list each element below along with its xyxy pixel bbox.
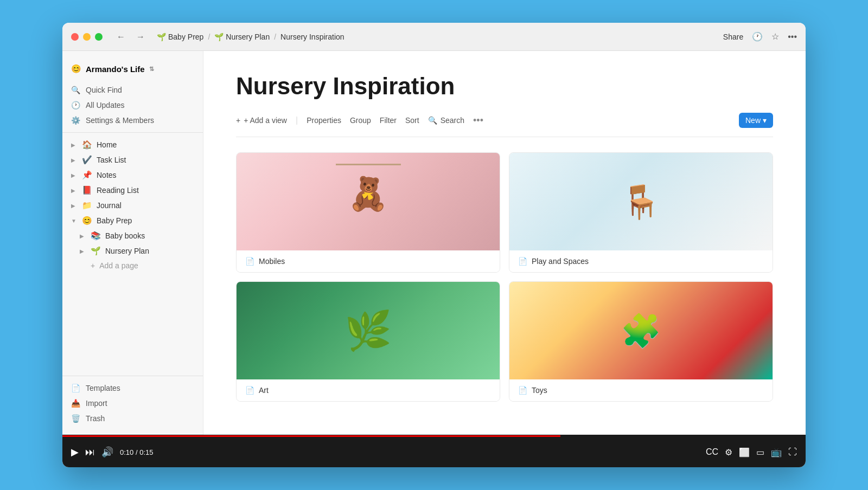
folder-icon: 📁 bbox=[82, 201, 92, 210]
card-footer-art: 📄 Art bbox=[237, 379, 500, 401]
page-title: Nursery Inspiration bbox=[236, 73, 773, 100]
workspace-icon: 😊 bbox=[71, 64, 81, 74]
sidebar-divider-1 bbox=[62, 132, 203, 133]
sidebar-item-notes[interactable]: ▶ 📌 Notes bbox=[62, 167, 203, 183]
maximize-button[interactable] bbox=[95, 33, 103, 41]
nursery-plan-label: Nursery Plan bbox=[105, 247, 149, 255]
quick-find-label: Quick Find bbox=[86, 86, 122, 94]
breadcrumb-nursery-plan[interactable]: 🌱 Nursery Plan bbox=[214, 33, 270, 41]
baby-icon: 😊 bbox=[82, 216, 92, 225]
progress-container[interactable] bbox=[62, 435, 806, 437]
workspace-name: Armando's Life bbox=[86, 65, 145, 74]
sidebar-item-trash[interactable]: 🗑️ Trash bbox=[62, 411, 203, 426]
theater-mode-button[interactable]: ▭ bbox=[756, 447, 764, 457]
card-footer-toys: 📄 Toys bbox=[509, 379, 773, 401]
fullscreen-button[interactable]: ⛶ bbox=[788, 447, 797, 457]
templates-icon: 📄 bbox=[71, 384, 80, 392]
gear-icon: ⚙️ bbox=[71, 116, 80, 125]
back-button[interactable]: ← bbox=[113, 30, 129, 44]
group-button[interactable]: Group bbox=[350, 116, 371, 125]
clock-icon: 🕐 bbox=[71, 101, 80, 109]
page-icon: 📄 bbox=[245, 257, 254, 266]
traffic-lights bbox=[71, 33, 103, 41]
captions-button[interactable]: CC bbox=[706, 447, 718, 457]
baby-prep-icon: 🌱 bbox=[157, 33, 166, 41]
add-view-button[interactable]: + + Add a view bbox=[236, 116, 287, 125]
forward-button[interactable]: → bbox=[133, 30, 148, 44]
sidebar-item-import[interactable]: 📥 Import bbox=[62, 396, 203, 411]
search-icon: 🔍 bbox=[71, 86, 80, 94]
card-title-play: Play and Spaces bbox=[532, 257, 589, 266]
card-image-toys bbox=[509, 282, 773, 379]
home-icon: 🏠 bbox=[82, 140, 92, 150]
import-label: Import bbox=[86, 399, 107, 408]
cast-button[interactable]: 📺 bbox=[771, 447, 782, 457]
properties-button[interactable]: Properties bbox=[307, 116, 341, 125]
sidebar-item-journal[interactable]: ▶ 📁 Journal bbox=[62, 198, 203, 213]
volume-button[interactable]: 🔊 bbox=[101, 446, 113, 458]
plus-icon: + bbox=[91, 261, 95, 270]
close-button[interactable] bbox=[71, 33, 79, 41]
title-bar-right: Share 🕐 ☆ ••• bbox=[723, 31, 797, 42]
sidebar-item-reading-list[interactable]: ▶ 📕 Reading List bbox=[62, 183, 203, 198]
chevron-right-icon: ▶ bbox=[71, 188, 78, 194]
baby-books-label: Baby books bbox=[105, 231, 145, 240]
sidebar-item-all-updates[interactable]: 🕐 All Updates bbox=[62, 98, 203, 113]
card-toys[interactable]: 📄 Toys bbox=[509, 281, 773, 402]
minimize-button[interactable] bbox=[83, 33, 91, 41]
breadcrumb-sep-2: / bbox=[274, 33, 276, 41]
video-bar-right: CC ⚙ ⬜ ▭ 📺 ⛶ bbox=[706, 447, 797, 457]
picture-in-picture-button[interactable]: ⬜ bbox=[739, 447, 750, 457]
add-page-button[interactable]: + Add a page bbox=[62, 259, 203, 273]
play-button[interactable]: ▶ bbox=[71, 446, 79, 458]
sort-button[interactable]: Sort bbox=[405, 116, 419, 125]
workspace-header[interactable]: 😊 Armando's Life ⇅ bbox=[62, 60, 203, 82]
sidebar-item-quick-find[interactable]: 🔍 Quick Find bbox=[62, 82, 203, 98]
templates-label: Templates bbox=[86, 384, 120, 392]
new-button[interactable]: New ▾ bbox=[739, 113, 773, 128]
task-list-label: Task List bbox=[97, 156, 126, 164]
more-options-icon[interactable]: ••• bbox=[788, 32, 797, 42]
chevron-right-icon: ▶ bbox=[71, 172, 78, 178]
chevron-right-icon: ▶ bbox=[80, 233, 86, 239]
breadcrumb-current[interactable]: Nursery Inspiration bbox=[280, 33, 344, 41]
gallery-grid: 📄 Mobiles 📄 Play and Spaces 📄 Art bbox=[236, 152, 773, 402]
card-mobiles[interactable]: 📄 Mobiles bbox=[236, 152, 500, 273]
sidebar-item-templates[interactable]: 📄 Templates bbox=[62, 381, 203, 396]
sidebar-item-baby-prep[interactable]: ▼ 😊 Baby Prep bbox=[62, 213, 203, 228]
chevron-right-icon: ▶ bbox=[80, 248, 86, 254]
video-bar: ▶ ⏭ 🔊 0:10 / 0:15 CC ⚙ ⬜ ▭ 📺 ⛶ bbox=[62, 437, 806, 467]
workspace-toggle: ⇅ bbox=[149, 66, 154, 73]
card-play-spaces[interactable]: 📄 Play and Spaces bbox=[509, 152, 773, 273]
history-icon[interactable]: 🕐 bbox=[752, 31, 763, 42]
breadcrumb-baby-prep[interactable]: 🌱 Baby Prep bbox=[157, 33, 203, 41]
sidebar: 😊 Armando's Life ⇅ 🔍 Quick Find 🕐 All Up… bbox=[62, 51, 203, 435]
sidebar-item-baby-books[interactable]: ▶ 📚 Baby books bbox=[62, 228, 203, 243]
search-button[interactable]: 🔍 Search bbox=[428, 116, 464, 125]
all-updates-label: All Updates bbox=[86, 101, 125, 109]
card-title-toys: Toys bbox=[532, 386, 547, 395]
sidebar-item-task-list[interactable]: ▶ ✔️ Task List bbox=[62, 152, 203, 167]
progress-bar bbox=[62, 435, 560, 437]
favorite-icon[interactable]: ☆ bbox=[771, 31, 779, 42]
more-options-button[interactable]: ••• bbox=[473, 115, 483, 126]
settings-button[interactable]: ⚙ bbox=[725, 447, 732, 457]
share-button[interactable]: Share bbox=[723, 33, 743, 41]
title-bar: ← → 🌱 Baby Prep / 🌱 Nursery Plan / Nurse… bbox=[62, 23, 806, 51]
skip-next-button[interactable]: ⏭ bbox=[85, 447, 95, 458]
reading-list-label: Reading List bbox=[97, 186, 139, 195]
page-icon: 📄 bbox=[518, 386, 527, 395]
page-toolbar: + + Add a view | Properties Group Filter… bbox=[236, 113, 773, 137]
card-footer-play: 📄 Play and Spaces bbox=[509, 250, 773, 272]
chevron-right-icon: ▶ bbox=[71, 203, 78, 209]
plus-icon: + bbox=[236, 116, 240, 125]
sidebar-item-settings[interactable]: ⚙️ Settings & Members bbox=[62, 113, 203, 128]
card-art[interactable]: 📄 Art bbox=[236, 281, 500, 402]
filter-button[interactable]: Filter bbox=[380, 116, 397, 125]
journal-label: Journal bbox=[97, 201, 122, 210]
book-icon: 📕 bbox=[82, 185, 92, 195]
sidebar-item-nursery-plan[interactable]: ▶ 🌱 Nursery Plan bbox=[62, 243, 203, 259]
home-label: Home bbox=[97, 140, 117, 149]
video-time: 0:10 / 0:15 bbox=[120, 448, 153, 456]
sidebar-item-home[interactable]: ▶ 🏠 Home bbox=[62, 137, 203, 152]
